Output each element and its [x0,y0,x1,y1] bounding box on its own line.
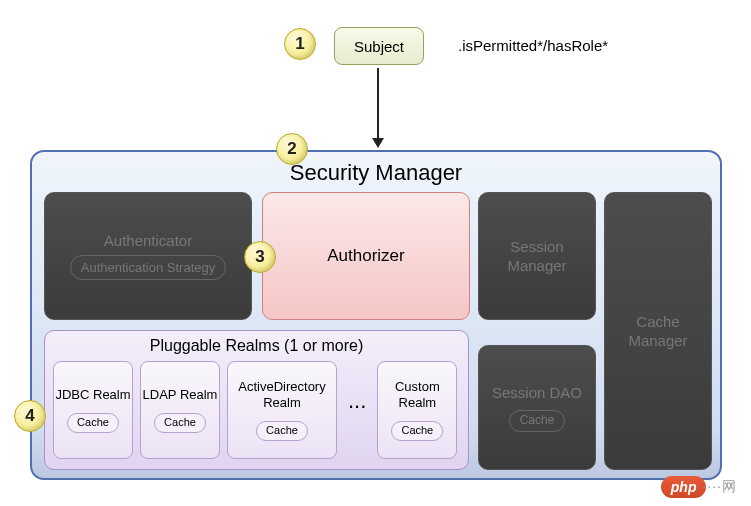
step-badge-3: 3 [244,241,276,273]
authorizer-label: Authorizer [327,246,404,266]
pluggable-realms-container: Pluggable Realms (1 or more) JDBC Realm … [44,330,469,470]
realm-jdbc: JDBC Realm Cache [53,361,133,459]
security-manager-title: Security Manager [42,160,710,186]
realm-cache-pill: Cache [154,413,206,433]
authorizer-box: Authorizer [262,192,470,320]
step-badge-2: 2 [276,133,308,165]
cache-manager-label: Cache Manager [605,312,711,351]
watermark-tail: ····网 [702,478,737,496]
realm-label: ActiveDirectory Realm [228,379,336,412]
step-badge-1: 1 [284,28,316,60]
realm-label: LDAP Realm [143,387,218,403]
arrow-down-icon [377,68,379,146]
session-dao-label: Session DAO [492,383,582,403]
ellipsis-icon: ... [344,388,370,432]
realm-ldap: LDAP Realm Cache [140,361,220,459]
subject-label: Subject [354,38,404,55]
realm-cache-pill: Cache [391,421,443,441]
realm-cache-pill: Cache [256,421,308,441]
step-badge-4: 4 [14,400,46,432]
session-manager-box: Session Manager [478,192,596,320]
realm-label: Custom Realm [378,379,456,412]
authenticator-box: Authenticator Authentication Strategy [44,192,252,320]
realm-custom: Custom Realm Cache [377,361,457,459]
realms-row: JDBC Realm Cache LDAP Realm Cache Active… [53,361,460,459]
realms-title: Pluggable Realms (1 or more) [53,337,460,355]
realm-cache-pill: Cache [67,413,119,433]
realm-activedirectory: ActiveDirectory Realm Cache [227,361,337,459]
cache-manager-box: Cache Manager [604,192,712,470]
watermark: php ····网 [661,476,737,498]
session-manager-label: Session Manager [479,237,595,276]
session-dao-cache-pill: Cache [509,410,566,432]
api-call-text: .isPermitted*/hasRole* [458,37,608,54]
auth-strategy-pill: Authentication Strategy [70,255,226,281]
subject-box: Subject [334,27,424,65]
watermark-brand: php [661,476,707,498]
session-dao-box: Session DAO Cache [478,345,596,470]
authenticator-label: Authenticator [104,232,192,249]
realm-label: JDBC Realm [55,387,130,403]
